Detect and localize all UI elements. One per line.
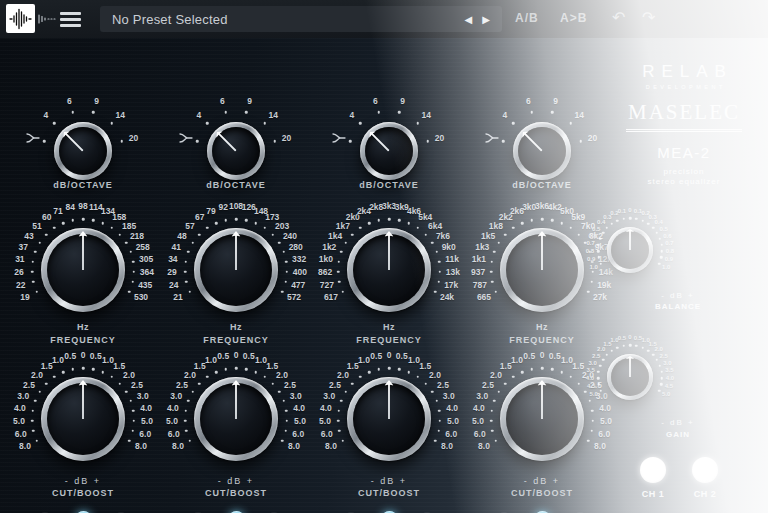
tick-dot [570,376,573,379]
menu-icon[interactable] [60,12,81,27]
slope-knob[interactable]: 4691420 [483,92,601,210]
tick-dot [72,219,75,222]
tick-label: 0.9 [665,256,673,262]
slope-knob[interactable]: 4691420 [24,92,142,210]
tick-label: 8.0 [325,441,337,451]
tick-label: 1k4 [328,231,342,241]
cut-boost-knob[interactable]: 8.06.05.04.03.02.52.01.51.00.500.51.01.5… [161,344,311,494]
balance-knob[interactable]: 1.00.90.80.70.60.50.40.30.20.100.10.20.3… [582,202,678,298]
preset-name: No Preset Selected [112,12,465,27]
tick-dot [32,281,35,284]
tick-dot [388,218,391,221]
tick-label: 0.1 [618,208,626,214]
tick-label: 8.0 [172,441,184,451]
tick-dot [388,367,391,370]
tick-label: 400 [293,267,307,277]
tick-label: 2.0 [655,346,663,352]
tick-dot [71,111,74,114]
tick-label: 617 [324,292,338,302]
tick-label: 11k [445,254,459,264]
shelf-curve-icon [179,132,193,144]
knob-ring [207,122,265,180]
tick-dot [118,233,121,236]
plugin-logo[interactable] [6,4,35,33]
tick-label: 5.0 [141,416,153,426]
tick-dot [438,409,441,412]
tick-label: 31 [15,254,24,264]
tick-label: 20 [435,133,444,143]
tick-dot [437,281,440,284]
tick-label: 34 [168,254,177,264]
series-name: MASELEC [626,100,742,132]
tick-label: 3.5 [586,367,594,373]
tick-label: 1.0 [52,355,64,365]
tick-dot [264,376,267,379]
tick-label: 6 [373,96,378,106]
tick-dot [512,227,515,230]
tick-dot [111,376,114,379]
cut-boost-knob[interactable]: 8.06.05.04.03.02.52.01.51.00.500.51.01.5… [8,344,158,494]
redo-icon[interactable]: ↷ [642,8,656,27]
tick-dot [129,399,132,402]
tick-dot [225,219,228,222]
tick-label: 4 [502,110,507,120]
undo-icon[interactable]: ↶ [612,8,626,27]
tick-dot [652,227,655,230]
slope-knob[interactable]: 4691420 [177,92,295,210]
prev-preset-icon[interactable]: ◀ [465,14,473,25]
tick-dot [271,233,274,236]
tick-dot [597,377,600,380]
tick-label: 1k0 [319,254,333,264]
tick-dot [196,140,199,143]
tick-dot [408,371,411,374]
ab-compare-button[interactable]: A/B [515,11,539,25]
tick-label: 17k [444,280,458,290]
tick-label: 51 [32,221,41,231]
tick-label: 3.5 [665,367,673,373]
tick-dot [398,111,401,114]
tagline-line2: stereo equalizer [600,177,768,186]
tick-dot [192,390,195,393]
tick-label: 1.0 [358,355,370,365]
slope-knob[interactable]: 4691420 [330,92,448,210]
cut-boost-knob[interactable]: 8.06.05.04.03.02.52.01.51.00.500.51.01.5… [314,344,464,494]
tick-dot [278,390,281,393]
tick-dot [616,219,619,222]
tick-dot [661,250,664,253]
shelf-curve-icon [485,132,499,144]
preset-selector[interactable]: No Preset Selected ◀ ▶ [100,6,502,32]
tick-dot [502,140,505,143]
tick-dot [187,250,190,253]
tick-dot [490,409,493,412]
tick-label: 364 [140,267,154,277]
tick-dot [255,222,258,225]
tick-label: 20 [282,133,291,143]
tick-dot [659,237,662,240]
tick-label: 5.0 [447,416,459,426]
tick-dot [660,383,663,386]
ch1-button[interactable] [640,457,666,483]
tick-label: 6 [220,96,225,106]
tick-dot [598,256,601,259]
tick-label: 1.5 [41,361,53,371]
tick-dot [641,346,644,349]
tick-label: 2.5 [437,380,449,390]
a-to-b-copy-button[interactable]: A>B [560,11,587,25]
tick-dot [337,260,340,263]
eq-band-1: 4691420 dB/OCTAVE 1922263137435160718498… [6,38,160,513]
ch2-button[interactable] [692,457,718,483]
gain-knob[interactable]: 5.04.54.03.53.02.52.01.51.00.500.51.01.5… [582,329,678,425]
tick-dot [282,250,285,253]
tick-dot [39,390,42,393]
tick-label: 1.0 [662,264,670,270]
tick-dot [570,227,573,230]
tick-label: 8.0 [135,441,147,451]
tick-label: 3.0 [170,391,182,401]
tick-dot [340,250,343,253]
tick-dot [284,430,287,433]
tick-dot [656,232,659,235]
tick-label: 185 [122,221,136,231]
tick-label: 937 [471,267,485,277]
next-preset-icon[interactable]: ▶ [482,14,490,25]
db-scale-caption: - dB + [465,476,619,486]
